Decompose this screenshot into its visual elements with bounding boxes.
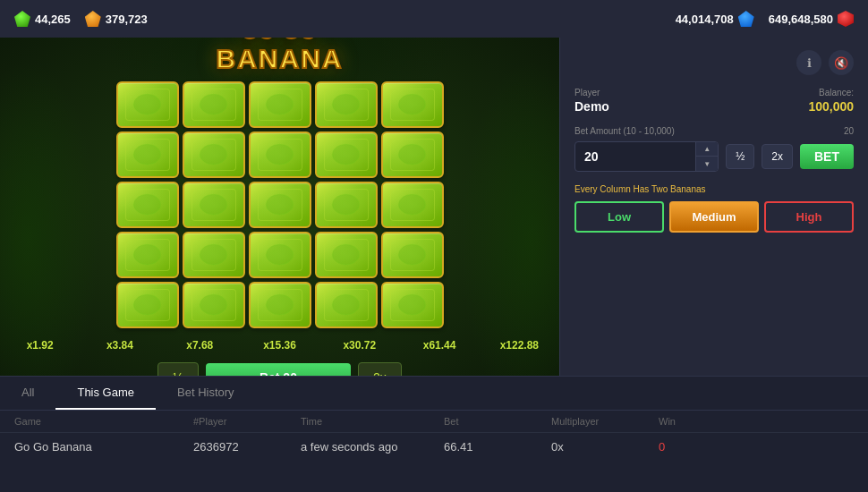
tile-grid xyxy=(116,81,444,328)
tile-5-3[interactable] xyxy=(249,282,311,328)
tab-all[interactable]: All xyxy=(0,377,55,410)
tab-bet-history[interactable]: Bet History xyxy=(156,377,256,410)
tile-5-1[interactable] xyxy=(116,282,179,328)
mult-6: x61.44 xyxy=(399,337,479,353)
bottom-section: All This Game Bet History Game #Player T… xyxy=(0,376,868,492)
tile-5-2[interactable] xyxy=(183,282,245,328)
info-button[interactable]: ℹ xyxy=(796,50,821,75)
player-name: Demo xyxy=(574,99,609,114)
right-panel: ℹ 🔇 Player Demo Balance: 100,000 Bet Amo… xyxy=(559,38,868,376)
game-inner: GO GO BANANA xyxy=(0,38,559,376)
col-win: Win xyxy=(659,416,766,427)
tile-5-4[interactable] xyxy=(315,282,378,328)
tile-4-5[interactable] xyxy=(381,232,444,278)
tile-2-2[interactable] xyxy=(183,131,245,178)
tile-3-2[interactable] xyxy=(183,182,245,228)
row-game: Go Go Banana xyxy=(14,440,193,454)
table-header: Game #Player Time Bet Multiplayer Win xyxy=(0,411,868,432)
bet-label-text: Bet Amount (10 - 10,000) xyxy=(574,126,675,136)
column-label: Every Column Has Two Bananas xyxy=(574,184,854,194)
multipliers-row: x1.92 x3.84 x7.68 x15.36 x30.72 x61.44 x… xyxy=(0,337,559,353)
tile-2-5[interactable] xyxy=(381,131,444,178)
gem-red-icon xyxy=(838,11,854,27)
tile-2-3[interactable] xyxy=(249,131,311,178)
gem-orange-icon xyxy=(85,11,101,27)
tile-1-5[interactable] xyxy=(381,81,444,128)
bet-arrows: ▲ ▼ xyxy=(695,142,718,171)
half-button-game[interactable]: ½ xyxy=(157,362,199,376)
bet-input-wrap: 20 ▲ ▼ xyxy=(574,141,719,172)
risk-buttons: Low Medium High xyxy=(574,201,854,233)
risk-medium-button[interactable]: Medium xyxy=(669,201,759,233)
currency-value-3: 44,014,708 xyxy=(676,13,734,26)
table-row: Go Go Banana 2636972 a few seconds ago 6… xyxy=(0,432,868,461)
tile-4-3[interactable] xyxy=(249,232,311,278)
double-button[interactable]: 2x xyxy=(762,144,793,169)
col-game: Game xyxy=(14,416,193,427)
tile-3-1[interactable] xyxy=(116,182,179,228)
col-bet: Bet xyxy=(444,416,551,427)
bet-up-arrow[interactable]: ▲ xyxy=(696,142,718,157)
logo-area: GO GO BANANA xyxy=(217,38,344,74)
top-bar-right: 44,014,708 649,648,580 xyxy=(676,11,854,27)
tile-3-5[interactable] xyxy=(381,182,444,228)
mult-1: x1.92 xyxy=(0,337,80,353)
panel-icons-row: ℹ 🔇 xyxy=(574,50,854,75)
mult-3: x7.68 xyxy=(160,337,240,353)
balance-label: Balance: xyxy=(808,88,854,98)
bet-section: Bet Amount (10 - 10,000) 20 20 ▲ ▼ ½ 2x … xyxy=(574,126,854,172)
risk-high-button[interactable]: High xyxy=(764,201,854,233)
player-section: Player Demo xyxy=(574,88,609,114)
bet-label-row: Bet Amount (10 - 10,000) 20 xyxy=(574,126,854,136)
tabs-row: All This Game Bet History xyxy=(0,377,868,411)
player-balance-row: Player Demo Balance: 100,000 xyxy=(574,88,854,114)
mult-2: x3.84 xyxy=(80,337,159,353)
main-content: GO GO BANANA xyxy=(0,38,868,376)
bet-button-game[interactable]: Bet 20 xyxy=(206,363,351,376)
tile-5-5[interactable] xyxy=(381,282,444,328)
tile-1-4[interactable] xyxy=(315,81,378,128)
risk-section: Every Column Has Two Bananas Low Medium … xyxy=(574,184,854,233)
game-controls: ½ Bet 20 2x xyxy=(157,362,402,376)
sound-button[interactable]: 🔇 xyxy=(829,50,854,75)
tile-4-1[interactable] xyxy=(116,232,179,278)
balance-value: 100,000 xyxy=(808,99,854,114)
bet-max-display: 20 xyxy=(844,126,854,136)
tile-2-1[interactable] xyxy=(116,131,179,178)
tile-3-4[interactable] xyxy=(315,182,378,228)
tile-1-3[interactable] xyxy=(249,81,311,128)
bet-down-arrow[interactable]: ▼ xyxy=(696,157,718,171)
mult-4: x15.36 xyxy=(240,337,319,353)
col-multiplier: Multiplayer xyxy=(551,416,659,427)
top-bar-left: 44,265 379,723 xyxy=(14,11,148,27)
bet-value: 20 xyxy=(575,144,695,169)
risk-low-button[interactable]: Low xyxy=(574,201,664,233)
logo-line2: BANANA xyxy=(217,44,344,74)
tile-4-4[interactable] xyxy=(315,232,378,278)
tile-3-3[interactable] xyxy=(249,182,311,228)
tile-4-2[interactable] xyxy=(183,232,245,278)
mult-5: x30.72 xyxy=(319,337,399,353)
currency-item-3: 44,014,708 xyxy=(676,11,754,27)
tile-2-4[interactable] xyxy=(315,131,378,178)
half-button[interactable]: ½ xyxy=(726,144,754,169)
game-logo: GO GO BANANA xyxy=(217,38,344,74)
tile-1-2[interactable] xyxy=(183,81,245,128)
double-button-game[interactable]: 2x xyxy=(358,362,402,376)
tile-1-1[interactable] xyxy=(116,81,179,128)
tab-this-game[interactable]: This Game xyxy=(55,377,156,410)
row-player: 2636972 xyxy=(193,440,301,454)
col-time: Time xyxy=(301,416,444,427)
currency-value-1: 44,265 xyxy=(35,13,71,26)
currency-item-4: 649,648,580 xyxy=(769,11,854,27)
bet-button[interactable]: BET xyxy=(800,144,854,169)
col-player: #Player xyxy=(193,416,301,427)
game-area: GO GO BANANA xyxy=(0,38,559,376)
top-bar: 44,265 379,723 44,014,708 649,648,580 xyxy=(0,0,868,38)
currency-value-2: 379,723 xyxy=(106,13,148,26)
bet-controls-row: 20 ▲ ▼ ½ 2x BET xyxy=(574,141,854,172)
currency-item-2: 379,723 xyxy=(85,11,148,27)
logo-line1: GO GO xyxy=(217,38,344,44)
currency-item-1: 44,265 xyxy=(14,11,71,27)
gem-green-icon xyxy=(14,11,30,27)
